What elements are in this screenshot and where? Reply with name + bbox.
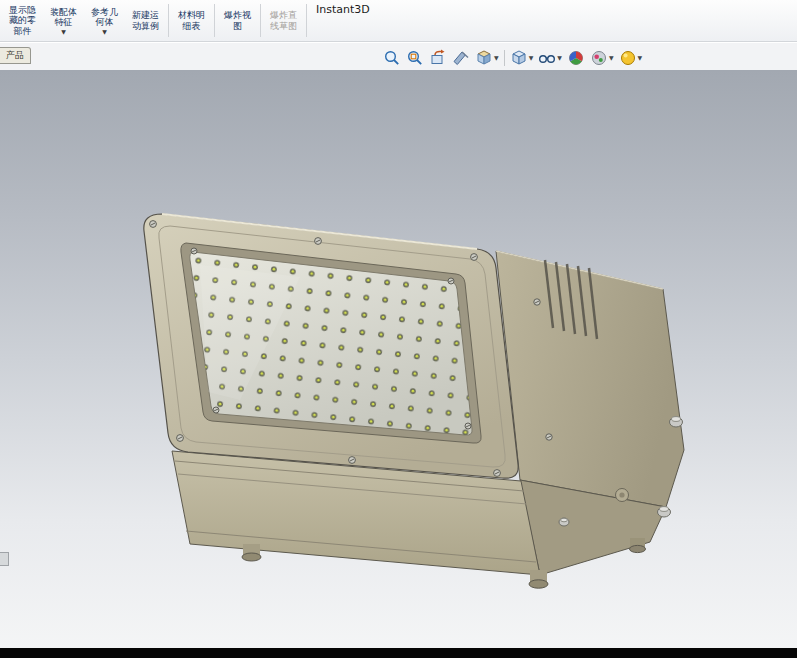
- zoom-to-fit-icon[interactable]: [383, 49, 401, 67]
- zoom-to-area-icon[interactable]: [406, 49, 424, 67]
- button-label: 特征: [55, 17, 73, 28]
- toolbar-button-new-motion-study[interactable]: 新建运 动算例: [125, 0, 166, 41]
- view-settings-icon[interactable]: ▼: [619, 49, 643, 67]
- toolbar-separator: [168, 4, 169, 37]
- toolbar-button-assembly-features[interactable]: 装配体 特征 ▼: [43, 0, 84, 41]
- button-label: Instant3D: [316, 5, 370, 16]
- hide-show-items-icon[interactable]: ▼: [538, 49, 562, 67]
- view-orientation-icon[interactable]: ▼: [475, 49, 499, 67]
- button-label: 材料明: [178, 10, 205, 21]
- toolbar-button-reference-geometry[interactable]: 参考几 何体 ▼: [84, 0, 125, 41]
- button-label: 藏的零: [9, 15, 36, 26]
- housing-side-face: [496, 251, 684, 507]
- feature-tree-tab-product[interactable]: 产品: [0, 47, 31, 64]
- graphics-viewport[interactable]: [0, 70, 797, 648]
- button-label: 细表: [183, 21, 201, 32]
- 3d-model-led-wallpack[interactable]: [0, 70, 797, 648]
- toolbar-separator: [260, 4, 261, 37]
- dropdown-arrow-icon[interactable]: ▼: [529, 55, 534, 61]
- dropdown-arrow-icon[interactable]: ▼: [609, 55, 614, 61]
- button-label: 显示隐: [9, 5, 36, 16]
- previous-view-icon[interactable]: [429, 49, 447, 67]
- hud-separator: [504, 50, 505, 66]
- button-label: 爆炸视: [224, 10, 251, 21]
- button-label: 图: [233, 21, 242, 32]
- button-label: 部件: [14, 26, 32, 37]
- command-toolbar: 显示隐 藏的零 部件 装配体 特征 ▼ 参考几 何体 ▼ 新建运 动算例 材料明…: [0, 0, 797, 42]
- button-label: 动算例: [132, 21, 159, 32]
- glass-panel: [190, 252, 472, 435]
- tab-label: 产品: [6, 49, 24, 62]
- bottom-bar: [0, 648, 797, 658]
- toolbar-button-exploded-view[interactable]: 爆炸视 图: [217, 0, 258, 41]
- collapsed-panel-handle[interactable]: [0, 552, 9, 566]
- toolbar-button-show-hide-components[interactable]: 显示隐 藏的零 部件: [2, 0, 43, 41]
- dropdown-arrow-icon[interactable]: ▼: [557, 55, 562, 61]
- display-style-icon[interactable]: ▼: [510, 49, 534, 67]
- button-label: 线草图: [270, 21, 297, 32]
- button-label: 装配体: [50, 7, 77, 18]
- toolbar-separator: [214, 4, 215, 37]
- heads-up-view-toolbar: ▼ ▼ ▼ ▼ ▼: [383, 48, 642, 68]
- toolbar-button-explode-line-sketch: 爆炸直 线草图: [263, 0, 304, 41]
- dropdown-arrow-icon[interactable]: ▼: [494, 55, 499, 61]
- button-label: 参考几: [91, 7, 118, 18]
- button-label: 何体: [96, 17, 114, 28]
- solidworks-window: 显示隐 藏的零 部件 装配体 特征 ▼ 参考几 何体 ▼ 新建运 动算例 材料明…: [0, 0, 797, 658]
- button-label: 爆炸直: [270, 10, 297, 21]
- edit-appearance-icon[interactable]: [567, 49, 585, 67]
- dropdown-arrow-icon[interactable]: ▼: [638, 55, 643, 61]
- toolbar-button-instant3d[interactable]: Instant3D: [309, 0, 377, 41]
- toolbar-separator: [306, 4, 307, 37]
- dropdown-arrow-icon[interactable]: ▼: [61, 29, 66, 35]
- button-label: 新建运: [132, 10, 159, 21]
- apply-scene-icon[interactable]: ▼: [590, 49, 614, 67]
- section-view-icon[interactable]: [452, 49, 470, 67]
- dropdown-arrow-icon[interactable]: ▼: [102, 29, 107, 35]
- toolbar-button-bill-of-materials[interactable]: 材料明 细表: [171, 0, 212, 41]
